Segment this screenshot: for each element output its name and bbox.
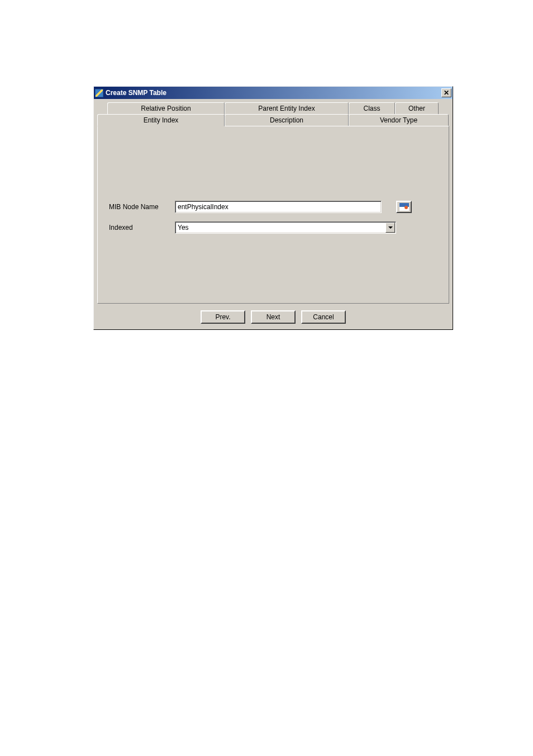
prev-button-label: Prev. (215, 313, 230, 321)
tab-entity-index[interactable]: Entity Index (97, 114, 225, 126)
tab-description[interactable]: Description (225, 114, 349, 126)
indexed-select-value: Yes (175, 224, 386, 231)
tabs-row-top: Relative Position Parent Entity Index Cl… (107, 102, 449, 114)
browse-button[interactable] (396, 201, 412, 213)
window-title: Create SNMP Table (106, 89, 441, 97)
prev-button[interactable]: Prev. (201, 310, 245, 324)
tab-class[interactable]: Class (349, 102, 395, 114)
indexed-label: Indexed (109, 224, 175, 231)
create-snmp-table-dialog: Create SNMP Table ✕ Relative Position Pa… (93, 86, 453, 330)
tabs-container: Relative Position Parent Entity Index Cl… (94, 99, 453, 126)
mib-node-name-label: MIB Node Name (109, 203, 175, 211)
next-button[interactable]: Next (251, 310, 296, 324)
browse-icon (399, 203, 409, 211)
close-icon: ✕ (444, 89, 449, 96)
mib-node-name-input[interactable] (175, 201, 382, 213)
tabs-row-bottom: Entity Index Description Vendor Type (97, 114, 449, 126)
tab-other[interactable]: Other (395, 102, 439, 114)
indexed-select[interactable]: Yes (175, 221, 396, 234)
close-button[interactable]: ✕ (441, 88, 451, 97)
next-button-label: Next (266, 313, 280, 321)
tab-vendor-type[interactable]: Vendor Type (349, 114, 449, 126)
mib-node-name-row: MIB Node Name (109, 201, 412, 213)
button-bar: Prev. Next Cancel (94, 307, 453, 329)
tab-relative-position[interactable]: Relative Position (107, 102, 225, 114)
tab-panel: MIB Node Name Indexed Yes (97, 126, 449, 304)
cancel-button[interactable]: Cancel (301, 310, 346, 324)
tab-parent-entity-index[interactable]: Parent Entity Index (225, 102, 349, 114)
titlebar: Create SNMP Table ✕ (94, 87, 453, 99)
cancel-button-label: Cancel (313, 313, 334, 321)
dropdown-arrow-button[interactable] (386, 223, 395, 233)
app-icon (95, 89, 103, 97)
indexed-row: Indexed Yes (109, 221, 396, 234)
chevron-down-icon (388, 226, 393, 229)
